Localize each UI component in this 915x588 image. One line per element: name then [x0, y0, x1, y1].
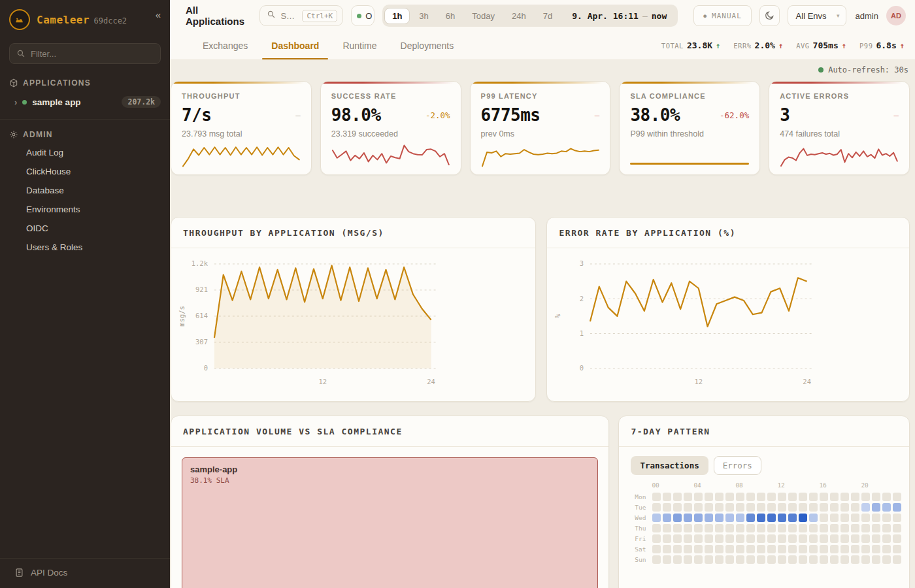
document-icon — [14, 568, 24, 578]
sidebar-item-audit-log[interactable]: Audit Log — [0, 143, 170, 162]
heatmap-cell — [746, 534, 755, 543]
manual-refresh-button[interactable]: ● MANUAL — [693, 5, 752, 26]
sidebar-item-sample-app[interactable]: › sample app 207.2k — [0, 91, 170, 112]
heatmap-cell — [684, 514, 692, 522]
heatmap-col-label-text: 16 — [819, 482, 826, 489]
heatmap-cell — [746, 545, 755, 553]
tab-runtime[interactable]: Runtime — [333, 31, 386, 59]
heatmap-cell — [694, 503, 703, 512]
heatmap-col-label — [684, 483, 692, 491]
chevron-right-icon[interactable]: › — [14, 97, 17, 107]
sidebar-item-api-docs[interactable]: API Docs — [0, 558, 170, 588]
sidebar-item-users-roles[interactable]: Users & Roles — [0, 238, 170, 257]
connection-status-pill[interactable]: O — [351, 5, 374, 26]
kpi-sparkline — [481, 139, 600, 168]
svg-text:12: 12 — [695, 378, 703, 385]
date-range-display[interactable]: 9. Apr. 16:11–now — [561, 11, 676, 21]
heatmap-cell — [652, 493, 661, 501]
svg-text:0: 0 — [204, 364, 208, 372]
stat-p99: P996.8s↑ — [859, 41, 905, 50]
kpi-card-sla-compliance[interactable]: SLA COMPLIANCE38.0%-62.0%P99 within thre… — [619, 81, 760, 175]
heatmap-cell — [694, 545, 703, 553]
heatmap-row-label: Fri — [628, 534, 650, 543]
sidebar-item-environments[interactable]: Environments — [0, 200, 170, 219]
card-header: ERROR RATE BY APPLICATION (%) — [547, 218, 909, 248]
heatmap-cell — [778, 503, 786, 512]
stat-total: TOTAL23.8K↑ — [661, 41, 720, 50]
trend-up-icon: ↑ — [842, 41, 846, 50]
heatmap-cell — [736, 493, 744, 501]
time-range-1h[interactable]: 1h — [384, 8, 410, 24]
kpi-label: ACTIVE ERRORS — [780, 92, 899, 100]
heatmap-cell — [809, 493, 818, 501]
kpi-value-row: 6775ms– — [481, 105, 600, 125]
heatmap-cell — [820, 493, 828, 501]
kpi-progress-bar — [630, 163, 749, 165]
heatmap-cell — [705, 534, 713, 543]
heatmap-cell — [872, 534, 880, 543]
time-range-today[interactable]: Today — [464, 8, 503, 24]
heatmap-cell — [830, 534, 839, 543]
kpi-delta: -62.0% — [720, 110, 749, 120]
heatmap-col-label-text: 00 — [652, 482, 659, 489]
heatmap-cell — [830, 493, 839, 501]
kpi-card-success-rate[interactable]: SUCCESS RATE98.0%-2.0%23.319 succeeded — [320, 81, 461, 175]
sidebar-item-database[interactable]: Database — [0, 181, 170, 200]
heatmap-cell — [673, 524, 682, 532]
kpi-label: SUCCESS RATE — [331, 92, 450, 100]
heatmap-cell — [725, 503, 734, 512]
heatmap-cell — [684, 524, 692, 532]
moon-icon — [764, 10, 774, 21]
heatmap-toggle-errors[interactable]: Errors — [714, 456, 761, 475]
heatmap-cell — [809, 503, 818, 512]
sidebar-collapse-icon[interactable]: « — [156, 9, 161, 20]
summary-stats: TOTAL23.8K↑ERR%2.0%↑AVG705ms↑P996.8s↑ — [661, 41, 905, 50]
time-range-3h[interactable]: 3h — [411, 8, 436, 24]
tab-exchanges[interactable]: Exchanges — [193, 31, 257, 59]
card-header: THROUGHPUT BY APPLICATION (MSG/S) — [171, 218, 535, 248]
tab-deployments[interactable]: Deployments — [391, 31, 463, 59]
heatmap-cell — [830, 524, 839, 532]
kpi-card-p99-latency[interactable]: P99 LATENCY6775ms–prev 0ms — [470, 81, 611, 175]
treemap-body: sample-app 38.1% SLA — [171, 447, 608, 588]
search-input[interactable] — [280, 11, 297, 21]
trend-up-icon: ↑ — [716, 41, 720, 50]
theme-toggle-button[interactable] — [759, 5, 780, 26]
time-range-7d[interactable]: 7d — [535, 8, 560, 24]
date-to: now — [652, 11, 667, 21]
sidebar-item-clickhouse[interactable]: ClickHouse — [0, 162, 170, 181]
treemap-tile-sample-app[interactable]: sample-app 38.1% SLA — [182, 457, 598, 588]
kpi-card-active-errors[interactable]: ACTIVE ERRORS3–474 failures total — [769, 81, 910, 175]
sidebar-item-oidc[interactable]: OIDC — [0, 219, 170, 238]
heatmap-cell — [746, 514, 755, 522]
heatmap-cell — [840, 524, 849, 532]
heatmap-cell — [725, 514, 734, 522]
sidebar-filter[interactable] — [9, 43, 161, 64]
env-select[interactable]: All Envs ▾ — [788, 5, 846, 26]
heatmap-toggle-transactions[interactable]: Transactions — [631, 456, 708, 475]
kpi-value: 98.0% — [331, 105, 381, 125]
kpi-card-throughput[interactable]: THROUGHPUT7/s–23.793 msg total — [171, 81, 312, 175]
filter-input[interactable] — [31, 49, 154, 59]
heatmap-cell — [746, 524, 755, 532]
build-hash: 69dcce2 — [94, 16, 127, 25]
kpi-value: 3 — [780, 105, 790, 125]
avatar[interactable]: AD — [886, 6, 906, 25]
throughput-chart-card: THROUGHPUT BY APPLICATION (MSG/S) 030761… — [171, 217, 536, 402]
heatmap-cell — [694, 493, 703, 501]
time-range-24h[interactable]: 24h — [504, 8, 534, 24]
global-search[interactable]: Ctrl+K — [259, 5, 343, 26]
auto-refresh-dot — [818, 67, 824, 73]
heatmap-cell — [788, 534, 797, 543]
time-range-6h[interactable]: 6h — [438, 8, 463, 24]
heatmap-cell — [799, 514, 807, 522]
heatmap-cell — [872, 493, 880, 501]
heatmap-cell — [757, 534, 765, 543]
topbar: All Applications Ctrl+K O 1h3h6hToday24h… — [170, 0, 915, 31]
stat-value: 705ms — [813, 41, 839, 50]
heatmap-cell — [882, 545, 891, 553]
tab-dashboard[interactable]: Dashboard — [262, 31, 328, 59]
heatmap-col-label — [746, 483, 755, 491]
heatmap-cell — [820, 524, 828, 532]
heatmap-cell — [809, 514, 818, 522]
